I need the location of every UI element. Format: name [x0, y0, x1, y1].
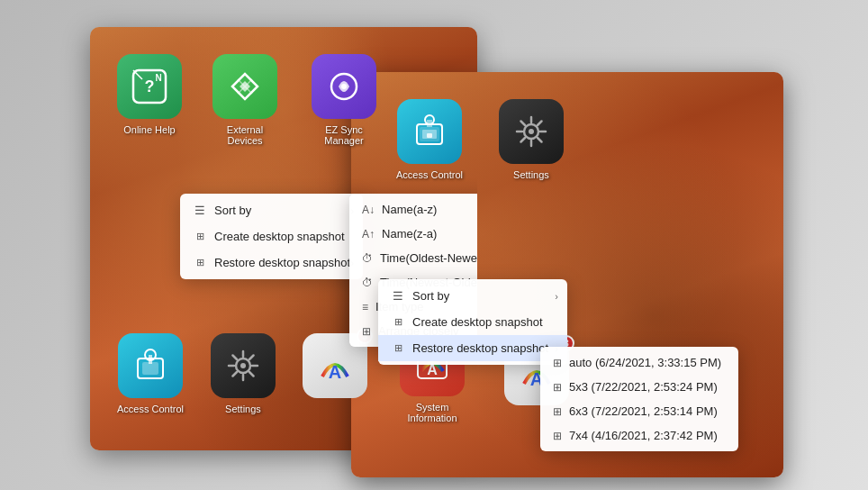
- auto-icon-w2: ⊞: [553, 357, 562, 369]
- ctx-create-label-w1: Create desktop snapshot: [214, 230, 345, 243]
- sort-icon-w2: ☰: [391, 289, 405, 303]
- context-menu-w2: ☰ Sort by › ⊞ Create desktop snapshot ⊞ …: [378, 279, 567, 365]
- access-control-label-w1: Access Control: [117, 404, 184, 414]
- ctx-sort-by-w2[interactable]: ☰ Sort by ›: [378, 283, 567, 309]
- app-settings-w2[interactable]: Settings: [499, 99, 564, 180]
- time-new-icon-w1: ⏱: [362, 277, 373, 289]
- time-old-icon-w1: ⏱: [362, 252, 373, 265]
- sub-time-oldest-label-w1: Time(Oldest-Newest): [380, 251, 477, 265]
- settings-label-w1: Settings: [225, 404, 261, 414]
- svg-point-11: [240, 363, 246, 368]
- ctx-create-label-w2: Create desktop snapshot: [412, 315, 543, 329]
- sub-name-za-label-w1: Name(z-a): [382, 227, 437, 240]
- item-type-icon-w1: ≡: [362, 301, 368, 313]
- app-online-help[interactable]: ? N Online Help: [117, 54, 182, 146]
- restore-icon-w1: ⊞: [193, 257, 207, 268]
- access-control-label-w2: Access Control: [396, 169, 463, 180]
- sub-6x3-w2[interactable]: ⊞ 6x3 (7/22/2021, 2:53:14 PM): [540, 399, 738, 423]
- sub-7x4-label-w2: 7x4 (4/16/2021, 2:37:42 PM): [569, 429, 718, 442]
- app-access-control-w2[interactable]: Access Control: [396, 99, 463, 180]
- ctx-create-snapshot-w1[interactable]: ⊞ Create desktop snapshot: [180, 223, 363, 250]
- app-external-devices[interactable]: External Devices: [209, 54, 281, 146]
- az-icon-w1: A↓: [362, 204, 375, 216]
- sort-icon-w1: ☰: [193, 204, 207, 217]
- app-settings-w1[interactable]: Settings: [211, 333, 276, 414]
- ctx-sort-label-w1: Sort by: [214, 204, 251, 217]
- ctx-sort-label-w2: Sort by: [412, 289, 449, 303]
- 5x3-icon-w2: ⊞: [553, 381, 562, 394]
- context-menu-w1: ☰ Sort by › ⊞ Create desktop snapshot ⊞ …: [180, 194, 363, 279]
- sub-name-za-w1[interactable]: A↑ Name(z-a): [349, 222, 477, 246]
- svg-rect-9: [149, 355, 152, 364]
- svg-line-3: [133, 70, 142, 79]
- sub-time-oldest-w1[interactable]: ⏱ Time(Oldest-Newest): [349, 246, 477, 270]
- sub-6x3-label-w2: 6x3 (7/22/2021, 2:53:14 PM): [569, 404, 718, 418]
- sub-7x4-w2[interactable]: ⊞ 7x4 (4/16/2021, 2:37:42 PM): [540, 423, 738, 448]
- snapshot-icon-w1: ⊞: [193, 231, 207, 242]
- sub-name-az-w1[interactable]: A↓ Name(a-z): [349, 197, 477, 222]
- online-help-icon: ? N: [117, 54, 182, 119]
- access-control-icon-w2: [397, 99, 462, 164]
- app-access-control-w1[interactable]: Access Control: [117, 333, 184, 414]
- system-info-label-w2: System Information: [396, 402, 468, 423]
- svg-text:N: N: [155, 73, 161, 83]
- svg-point-19: [529, 129, 534, 134]
- svg-text:?: ?: [145, 77, 155, 95]
- sort-arrow-w2: ›: [555, 291, 558, 302]
- window2-icons-row: Access Control Settings: [351, 99, 783, 180]
- ctx-create-snapshot-w2[interactable]: ⊞ Create desktop snapshot: [378, 309, 567, 335]
- sub-auto-w2[interactable]: ⊞ auto (6/24/2021, 3:33:15 PM): [540, 350, 738, 375]
- sub-name-az-label-w1: Name(a-z): [382, 203, 437, 216]
- online-help-label: Online Help: [123, 124, 175, 135]
- sub-5x3-label-w2: 5x3 (7/22/2021, 2:53:24 PM): [569, 380, 718, 394]
- ctx-restore-label-w1: Restore desktop snapshot: [214, 256, 350, 269]
- sub-5x3-w2[interactable]: ⊞ 5x3 (7/22/2021, 2:53:24 PM): [540, 375, 738, 399]
- svg-rect-7: [142, 362, 158, 375]
- snapshot-icon-w2: ⊞: [391, 316, 405, 328]
- settings-icon-w1: [211, 333, 276, 398]
- external-devices-label: External Devices: [209, 124, 281, 146]
- access-control-icon-w1: [118, 333, 183, 398]
- external-devices-icon: [212, 54, 277, 119]
- ctx-restore-snapshot-w1[interactable]: ⊞ Restore desktop snapshot ›: [180, 250, 363, 276]
- arrange-icon-w1: ⊞: [362, 325, 371, 338]
- ctx-restore-label-w2: Restore desktop snapshot: [412, 341, 548, 355]
- sub-auto-label-w2: auto (6/24/2021, 3:33:15 PM): [569, 356, 721, 369]
- settings-label-w2: Settings: [513, 169, 549, 180]
- ctx-restore-snapshot-w2[interactable]: ⊞ Restore desktop snapshot ›: [378, 335, 567, 361]
- ctx-sort-by-w1[interactable]: ☰ Sort by ›: [180, 197, 363, 223]
- 7x4-icon-w2: ⊞: [553, 430, 562, 442]
- 6x3-icon-w2: ⊞: [553, 405, 562, 418]
- svg-rect-17: [427, 133, 432, 138]
- sub-menu-w2: ⊞ auto (6/24/2021, 3:33:15 PM) ⊞ 5x3 (7/…: [540, 347, 738, 451]
- svg-text:A: A: [329, 362, 341, 382]
- restore-icon-w2: ⊞: [391, 342, 405, 354]
- settings-icon-w2: [499, 99, 564, 164]
- screenshot-container: ? N Online Help External Devices: [0, 0, 868, 490]
- za-icon-w1: A↑: [362, 228, 375, 240]
- svg-point-5: [341, 84, 347, 89]
